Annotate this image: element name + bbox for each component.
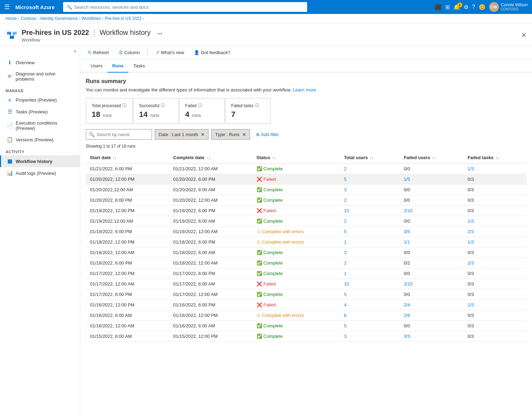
table-row[interactable]: 01/20/2022, 12:00 PM 01/20/2022, 6:00 PM…	[86, 174, 526, 185]
ellipsis-button[interactable]: ...	[158, 29, 162, 36]
col-total-users[interactable]: Total users ↑↓	[340, 152, 400, 163]
table-row[interactable]: 01/16/2022, 12:00 PM 01/16/2022, 6:00 PM…	[86, 300, 526, 310]
tab-users[interactable]: Users	[86, 60, 107, 73]
learn-more-link[interactable]: Learn more	[293, 87, 316, 92]
failed-tasks-link[interactable]: 1/3	[468, 166, 474, 171]
failed-users-link[interactable]: 2/10	[404, 281, 412, 287]
failed-tasks-link[interactable]: 1/3	[468, 302, 474, 307]
date-filter-tag[interactable]: Date : Last 1 month ✕	[155, 129, 208, 140]
hamburger-menu[interactable]: ☰	[4, 3, 10, 11]
total-users-link[interactable]: 5	[344, 323, 347, 328]
table-row[interactable]: 01/19/2022, 12:00 PM 01/19/2022, 6:00 PM…	[86, 206, 526, 216]
total-users-link[interactable]: 3	[344, 334, 347, 339]
failed-users-link[interactable]: 1/5	[404, 177, 410, 182]
sidebar-item-tasks[interactable]: ☰ Tasks (Preview)	[0, 106, 80, 118]
filter-close-icon[interactable]: ✕	[201, 132, 205, 137]
total-users-link[interactable]: 2	[344, 166, 347, 171]
sidebar-item-properties[interactable]: ≡ Properties (Preview)	[0, 94, 80, 106]
cell-complete-date: 01/19/2022, 12:00 AM	[169, 226, 252, 237]
help-icon[interactable]: ?	[472, 4, 475, 10]
col-complete-date[interactable]: Complete date ↑↓	[169, 152, 252, 163]
table-row[interactable]: 01/19/2022, 6:00 PM 01/19/2022, 12:00 AM…	[86, 226, 526, 237]
table-row[interactable]: 01/15/2022, 6:00 AM 01/15/2022, 12:00 PM…	[86, 331, 526, 342]
table-row[interactable]: 01/17/2022, 6:00 PM 01/17/2022, 12:00 AM…	[86, 289, 526, 300]
sidebar-item-audit-logs[interactable]: 📊 Audit logs (Preview)	[0, 167, 80, 179]
total-users-link[interactable]: 5	[344, 292, 347, 297]
failed-tasks-link[interactable]: 2/3	[468, 260, 474, 266]
failed-users-link[interactable]: 3/3	[404, 334, 410, 339]
cloud-shell-icon[interactable]: ⬛	[435, 4, 442, 10]
breadcrumb-identity-governance[interactable]: Identity Governance	[40, 16, 77, 21]
breadcrumb-workflows[interactable]: Workflows	[82, 16, 101, 21]
total-users-link[interactable]: 1	[344, 239, 347, 245]
column-button[interactable]: ☰ Column	[117, 49, 142, 57]
failed-users-link[interactable]: 3/5	[404, 229, 410, 234]
table-row[interactable]: 01/19/2022,12:00 AM 01/19/2022, 6:00 AM …	[86, 216, 526, 226]
table-row[interactable]: 01/20/2022,12:00 AM 01/20/2022, 6:00 AM …	[86, 185, 526, 195]
failed-tasks-link[interactable]: 2/3	[468, 229, 474, 234]
sidebar-collapse-button[interactable]: «	[0, 46, 80, 57]
info-icon-1[interactable]: ⓘ	[161, 103, 165, 109]
directory-icon[interactable]: ⊞	[445, 4, 450, 10]
total-users-link[interactable]: 10	[344, 281, 349, 287]
table-row[interactable]: 01/18/2022, 12:00 AM 01/18/2022, 6:00 AM…	[86, 247, 526, 258]
sidebar-item-diagnose[interactable]: ✕ Diagnose and solve problems	[0, 68, 80, 84]
table-row[interactable]: 01/16/2022, 6:00 AM 01/16/2022, 12:00 PM…	[86, 310, 526, 321]
info-icon-3[interactable]: ⓘ	[255, 103, 259, 109]
search-by-name-input[interactable]	[97, 132, 149, 137]
total-users-link[interactable]: 10	[344, 208, 349, 213]
table-row[interactable]: 01/17/2022, 12:00 AM 01/17/2022, 6:00 AM…	[86, 279, 526, 289]
total-users-link[interactable]: 2	[344, 218, 347, 224]
total-users-link[interactable]: 2	[344, 198, 347, 203]
total-users-link[interactable]: 4	[344, 302, 347, 307]
add-filter-button[interactable]: ⊕ Add filter	[253, 129, 282, 140]
table-row[interactable]: 01/21/2022, 6:00 PM 01/21/2022, 12:00 AM…	[86, 163, 526, 174]
total-users-link[interactable]: 5	[344, 229, 347, 234]
global-search-input[interactable]	[74, 5, 304, 10]
notification-icon[interactable]: 🔔 1	[453, 4, 460, 10]
total-users-link[interactable]: 2	[344, 260, 347, 266]
breadcrumb-home[interactable]: Home	[6, 16, 17, 21]
failed-users-link[interactable]: 1/1	[404, 239, 410, 245]
col-start-date[interactable]: Start date ↑↓	[86, 152, 169, 163]
type-filter-close-icon[interactable]: ✕	[242, 132, 246, 137]
feedback-button[interactable]: 👤 Got feedback?	[192, 49, 233, 57]
failed-users-link[interactable]: 2/10	[404, 208, 412, 213]
breadcrumb-pre-hire[interactable]: Pre-hire in US 2022	[105, 16, 142, 21]
tab-runs[interactable]: Runs	[107, 60, 129, 73]
col-failed-tasks[interactable]: Failed tasks ↑↓	[463, 152, 526, 163]
tab-tasks[interactable]: Tasks	[128, 60, 150, 73]
sidebar-item-versions[interactable]: 📋 Versions (Preview)	[0, 134, 80, 146]
table-row[interactable]: 01/18/2022, 12:00 PM 01/18/2022, 6:00 PM…	[86, 237, 526, 247]
total-users-link[interactable]: 6	[344, 313, 347, 318]
user-area[interactable]: CW Connie Wilson CONTOSO	[489, 2, 528, 12]
table-row[interactable]: 01/20/2022, 6:00 PM 01/20/2022, 12:00 AM…	[86, 195, 526, 206]
info-icon-2[interactable]: ⓘ	[198, 103, 202, 109]
sidebar-item-label-audit-logs: Audit logs (Preview)	[16, 171, 56, 176]
type-filter-tag[interactable]: Type : Runs ✕	[211, 129, 250, 140]
table-row[interactable]: 01/17/2022, 12:00 PM 01/17/2022, 6:00 PM…	[86, 268, 526, 279]
settings-icon[interactable]: ⚙	[464, 4, 469, 10]
total-users-link[interactable]: 3	[344, 250, 347, 255]
col-status[interactable]: Status ↑↓	[252, 152, 340, 163]
failed-users-link[interactable]: 2/4	[404, 302, 410, 307]
feedback-icon[interactable]: 😊	[479, 4, 486, 10]
table-row[interactable]: 01/16/2022, 12:00 AM 01/16/2022, 6:00 AM…	[86, 321, 526, 331]
sidebar-item-execution[interactable]: 📄 Execution conditions (Preview)	[0, 118, 80, 134]
failed-tasks-link[interactable]: 1/3	[468, 239, 474, 245]
total-users-link[interactable]: 3	[344, 187, 347, 192]
failed-tasks-link[interactable]: 1/3	[468, 218, 474, 224]
table-row[interactable]: 01/18/2022, 6:00 PM 01/18/2022, 12:00 AM…	[86, 258, 526, 268]
breadcrumb-contoso[interactable]: Contoso	[21, 16, 36, 21]
sidebar-item-workflow-history[interactable]: ▦ Workflow history	[0, 155, 80, 167]
info-icon-0[interactable]: ⓘ	[122, 103, 127, 109]
whats-new-button[interactable]: ↗ What's new	[153, 49, 186, 57]
total-users-link[interactable]: 1	[344, 271, 347, 276]
refresh-button[interactable]: ↻ Refresh	[86, 49, 111, 57]
cell-complete-date: 01/19/2022, 6:00 PM	[169, 206, 252, 216]
sidebar-item-overview[interactable]: ℹ Overview	[0, 57, 80, 68]
failed-users-link[interactable]: 2/6	[404, 313, 410, 318]
close-button[interactable]: ✕	[521, 31, 526, 39]
total-users-link[interactable]: 5	[344, 177, 347, 182]
col-failed-users[interactable]: Failed users ↑↓	[400, 152, 463, 163]
